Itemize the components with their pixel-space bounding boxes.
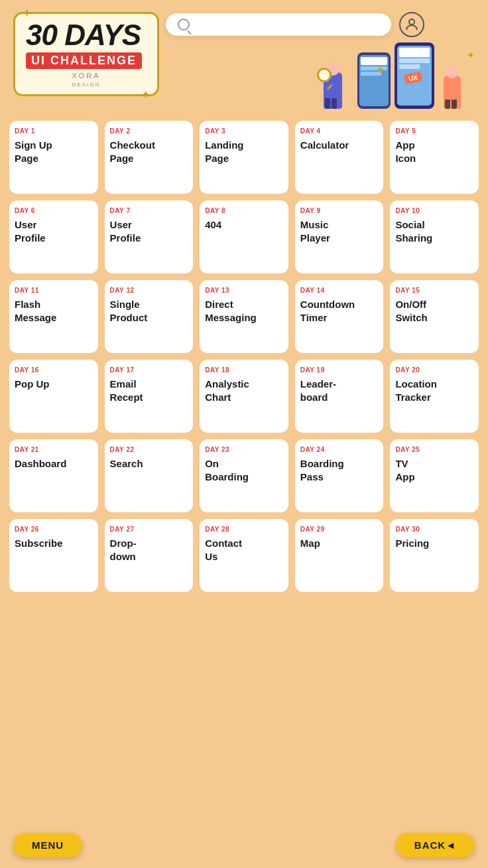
day-label-27: DAY 27 bbox=[110, 526, 135, 533]
grid-cell-day-1[interactable]: DAY 1Sign UpPage bbox=[9, 121, 98, 194]
cell-title-9: MusicPlayer bbox=[300, 218, 330, 244]
cell-title-24: BoardingPass bbox=[300, 457, 344, 483]
day-label-18: DAY 18 bbox=[205, 366, 229, 374]
logo-box: 30 DAYS UI CHALLENGE XORADESIGN bbox=[13, 12, 159, 96]
day-label-20: DAY 20 bbox=[395, 366, 420, 374]
grid-cell-day-9[interactable]: DAY 9MusicPlayer bbox=[295, 200, 384, 273]
cell-title-17: EmailRecept bbox=[110, 378, 143, 403]
grid-cell-day-24[interactable]: DAY 24BoardingPass bbox=[295, 439, 384, 512]
grid-cell-day-27[interactable]: DAY 27Drop-down bbox=[105, 519, 194, 592]
day-label-5: DAY 5 bbox=[395, 127, 416, 135]
cell-title-29: Map bbox=[300, 537, 320, 550]
header-illustration: UX ✦ ✦ bbox=[317, 42, 475, 109]
day-label-4: DAY 4 bbox=[300, 127, 321, 135]
cell-title-13: DirectMessaging bbox=[205, 298, 257, 324]
day-label-19: DAY 19 bbox=[300, 366, 325, 374]
cell-title-7: UserProfile bbox=[110, 218, 141, 244]
grid-cell-day-28[interactable]: DAY 28ContactUs bbox=[200, 519, 288, 592]
day-label-29: DAY 29 bbox=[300, 526, 325, 533]
logo-title: 30 DAYS bbox=[26, 21, 147, 50]
grid-cell-day-4[interactable]: DAY 4Calculator bbox=[295, 121, 384, 194]
header-right: UX ✦ ✦ bbox=[166, 12, 475, 109]
cell-title-21: Dashboard bbox=[15, 457, 66, 470]
grid-cell-day-26[interactable]: DAY 26Subscribe bbox=[9, 519, 98, 592]
cell-title-11: FlashMessage bbox=[15, 298, 56, 324]
cell-title-1: Sign UpPage bbox=[15, 139, 52, 165]
day-label-10: DAY 10 bbox=[395, 207, 420, 214]
grid-cell-day-23[interactable]: DAY 23OnBoarding bbox=[200, 439, 288, 512]
cell-title-10: SocialSharing bbox=[395, 218, 432, 244]
grid-cell-day-19[interactable]: DAY 19Leader-board bbox=[295, 360, 384, 433]
grid-cell-day-14[interactable]: DAY 14CountdownTimer bbox=[295, 280, 384, 353]
cell-title-28: ContactUs bbox=[205, 537, 242, 563]
cell-title-30: Pricing bbox=[395, 537, 429, 550]
day-label-8: DAY 8 bbox=[205, 207, 225, 214]
grid-cell-day-6[interactable]: DAY 6UserProfile bbox=[9, 200, 98, 273]
cell-title-6: UserProfile bbox=[15, 218, 46, 244]
day-label-23: DAY 23 bbox=[205, 446, 229, 453]
day-label-30: DAY 30 bbox=[395, 526, 420, 533]
day-label-21: DAY 21 bbox=[15, 446, 39, 453]
day-label-13: DAY 13 bbox=[205, 287, 229, 294]
day-label-14: DAY 14 bbox=[300, 287, 325, 294]
brand-name: XORADESIGN bbox=[26, 72, 147, 88]
grid-cell-day-18[interactable]: DAY 18AnalysticChart bbox=[200, 360, 288, 433]
header: 30 DAYS UI CHALLENGE XORADESIGN bbox=[0, 0, 488, 115]
day-label-6: DAY 6 bbox=[15, 207, 35, 214]
cell-title-23: OnBoarding bbox=[205, 457, 249, 483]
back-button[interactable]: BACK◄ bbox=[396, 833, 475, 857]
day-label-26: DAY 26 bbox=[15, 526, 39, 533]
avatar-icon[interactable] bbox=[399, 12, 424, 37]
grid-cell-day-8[interactable]: DAY 8404 bbox=[200, 200, 288, 273]
grid-cell-day-12[interactable]: DAY 12SingleProduct bbox=[105, 280, 194, 353]
cell-title-19: Leader-board bbox=[300, 378, 336, 403]
grid-cell-day-20[interactable]: DAY 20LocationTracker bbox=[390, 360, 479, 433]
grid-cell-day-11[interactable]: DAY 11FlashMessage bbox=[9, 280, 98, 353]
grid-cell-day-3[interactable]: DAY 3LandingPage bbox=[200, 121, 288, 194]
bottom-bar: MENU BACK◄ bbox=[0, 826, 488, 868]
day-label-1: DAY 1 bbox=[15, 127, 35, 135]
cell-title-22: Search bbox=[110, 457, 143, 470]
day-label-9: DAY 9 bbox=[300, 207, 321, 214]
cell-title-16: Pop Up bbox=[15, 378, 50, 391]
day-label-11: DAY 11 bbox=[15, 287, 39, 294]
search-icon bbox=[178, 19, 190, 31]
grid-cell-day-16[interactable]: DAY 16Pop Up bbox=[9, 360, 98, 433]
cell-title-8: 404 bbox=[205, 218, 221, 232]
cell-title-2: CheckoutPage bbox=[110, 139, 155, 165]
cell-title-26: Subscribe bbox=[15, 537, 63, 550]
menu-button[interactable]: MENU bbox=[13, 833, 82, 857]
grid-cell-day-21[interactable]: DAY 21Dashboard bbox=[9, 439, 98, 512]
logo-subtitle: UI CHALLENGE bbox=[26, 52, 142, 69]
day-label-24: DAY 24 bbox=[300, 446, 325, 453]
day-label-7: DAY 7 bbox=[110, 207, 131, 214]
grid-cell-day-5[interactable]: DAY 5AppIcon bbox=[390, 121, 479, 194]
grid-cell-day-22[interactable]: DAY 22Search bbox=[105, 439, 194, 512]
phone-illustration-1 bbox=[357, 52, 391, 109]
day-label-15: DAY 15 bbox=[395, 287, 420, 294]
search-bar[interactable] bbox=[166, 13, 391, 36]
day-label-16: DAY 16 bbox=[15, 366, 39, 374]
challenge-grid: DAY 1Sign UpPageDAY 2CheckoutPageDAY 3La… bbox=[0, 115, 488, 645]
grid-cell-day-30[interactable]: DAY 30Pricing bbox=[390, 519, 479, 592]
cell-title-25: TVApp bbox=[395, 457, 414, 483]
day-label-2: DAY 2 bbox=[110, 127, 131, 135]
grid-cell-day-7[interactable]: DAY 7UserProfile bbox=[105, 200, 194, 273]
cell-title-12: SingleProduct bbox=[110, 298, 148, 324]
grid-cell-day-10[interactable]: DAY 10SocialSharing bbox=[390, 200, 479, 273]
svg-point-0 bbox=[409, 19, 414, 25]
grid-cell-day-25[interactable]: DAY 25TVApp bbox=[390, 439, 479, 512]
cell-title-14: CountdownTimer bbox=[300, 298, 355, 324]
cell-title-3: LandingPage bbox=[205, 139, 243, 165]
grid-cell-day-17[interactable]: DAY 17EmailRecept bbox=[105, 360, 194, 433]
grid-cell-day-13[interactable]: DAY 13DirectMessaging bbox=[200, 280, 288, 353]
grid-cell-day-15[interactable]: DAY 15On/OffSwitch bbox=[390, 280, 479, 353]
cell-title-18: AnalysticChart bbox=[205, 378, 249, 403]
cell-title-5: AppIcon bbox=[395, 139, 416, 165]
grid-cell-day-2[interactable]: DAY 2CheckoutPage bbox=[105, 121, 194, 194]
cell-title-20: LocationTracker bbox=[395, 378, 437, 403]
day-label-25: DAY 25 bbox=[395, 446, 420, 453]
cell-title-27: Drop-down bbox=[110, 537, 137, 563]
grid-cell-day-29[interactable]: DAY 29Map bbox=[295, 519, 384, 592]
day-label-3: DAY 3 bbox=[205, 127, 225, 135]
